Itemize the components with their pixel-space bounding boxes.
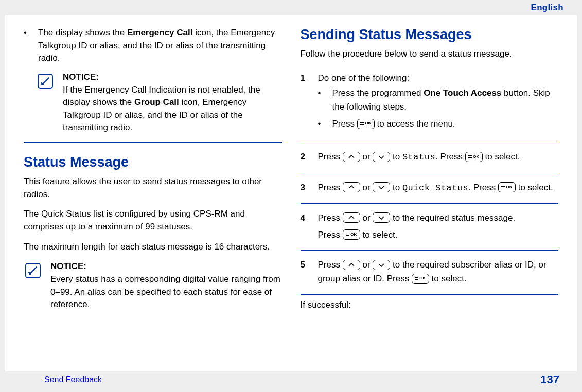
step-number: 4 — [301, 211, 310, 242]
content-area: • The display shows the Emergency Call i… — [5, 15, 577, 371]
paragraph: The maximum length for each status messa… — [24, 241, 282, 254]
header-language: English — [531, 3, 564, 13]
text-frag: or — [362, 260, 373, 270]
text-frag: or — [362, 183, 373, 192]
text-frag: Press — [318, 260, 343, 270]
step-lead: Do one of the following: — [318, 71, 559, 85]
ok-label: OK — [506, 184, 512, 191]
sub-bullet-text: Press the programmed One Touch Access bu… — [332, 86, 559, 114]
notice-block: NOTICE: If the Emergency Call Indication… — [36, 71, 282, 134]
right-column: Sending Status Messages Follow the proce… — [301, 27, 559, 371]
bullet-dot-icon: • — [318, 86, 325, 114]
text-frag: to access the menu. — [377, 119, 455, 129]
menu-ok-key-icon: OK — [357, 119, 375, 129]
bullet-text: The display shows the Emergency Call ico… — [38, 27, 282, 65]
step-divider — [301, 203, 559, 204]
menu-ok-key-icon: OK — [498, 182, 516, 192]
text-frag: or — [362, 152, 373, 162]
step-divider — [301, 142, 559, 142]
page-root: English • The display shows the Emergenc… — [0, 0, 582, 392]
sub-bullet: • Press OK to access the menu. — [318, 117, 559, 131]
step-body: Press or to Status. Press OK to select. — [318, 150, 559, 164]
send-feedback-link[interactable]: Send Feedback — [44, 375, 102, 384]
ok-label: OK — [365, 120, 371, 127]
up-key-icon — [343, 152, 360, 162]
menu-item-label: Status — [402, 152, 435, 162]
text-frag: to — [393, 183, 402, 192]
text-frag: The display shows the — [38, 28, 127, 38]
text-bold: One Touch Access — [424, 88, 501, 98]
step-2: 2 Press or to Status. Press OK to select… — [301, 147, 559, 168]
heading-sending-status: Sending Status Messages — [301, 27, 559, 43]
notice-title: NOTICE: — [63, 72, 99, 82]
text-frag: to select. — [432, 274, 467, 283]
if-successful: If successful: — [301, 299, 559, 312]
page-number: 137 — [540, 373, 559, 386]
text-bold: Group Call — [134, 97, 179, 107]
ok-label: OK — [419, 275, 426, 282]
down-key-icon — [373, 182, 390, 192]
text-frag: Press the programmed — [332, 88, 424, 98]
text-frag: to the required status message. — [393, 213, 515, 223]
step-body: Do one of the following: • Press the pro… — [318, 71, 559, 134]
step-body: Press or to the required subscriber alia… — [318, 258, 559, 286]
text-frag: Press — [318, 230, 343, 240]
notice-icon — [24, 260, 43, 311]
step-number: 2 — [301, 150, 310, 164]
bullet-dot-icon: • — [318, 117, 325, 131]
down-key-icon — [373, 260, 390, 270]
menu-item-label: Quick Status — [402, 183, 468, 193]
text-frag: Press — [318, 183, 343, 192]
text-frag: . Press — [435, 152, 465, 162]
step-4: 4 Press or to the required status messag… — [301, 208, 559, 246]
heading-status-message: Status Message — [24, 154, 282, 170]
menu-ok-key-icon: OK — [343, 229, 360, 240]
step-divider — [301, 250, 559, 251]
paragraph: The Quick Status list is configured by u… — [24, 208, 282, 233]
section-divider — [24, 142, 282, 143]
text-frag: to — [393, 152, 402, 162]
text-frag: to select. — [485, 152, 520, 162]
step-5: 5 Press or to the required subscriber al… — [301, 255, 559, 290]
step-1: 1 Do one of the following: • Press the p… — [301, 68, 559, 138]
step-divider — [301, 173, 559, 173]
menu-ok-key-icon: OK — [465, 152, 483, 162]
notice-title: NOTICE: — [50, 261, 86, 271]
down-key-icon — [373, 212, 390, 223]
sub-bullet: • Press the programmed One Touch Access … — [318, 86, 559, 114]
menu-ok-key-icon: OK — [412, 274, 429, 284]
text-bold: Emergency Call — [127, 28, 193, 38]
step-3: 3 Press or to Quick Status. Press OK to … — [301, 177, 559, 199]
step-number: 3 — [301, 181, 310, 195]
step-number: 1 — [301, 71, 310, 134]
paragraph: This feature allows the user to send sta… — [24, 175, 282, 201]
notice-body: NOTICE: Every status has a corresponding… — [50, 260, 282, 311]
header-bar: English — [0, 0, 582, 15]
notice-block: NOTICE: Every status has a corresponding… — [24, 260, 282, 311]
up-key-icon — [343, 212, 360, 223]
text-frag: Every status has a corresponding digital… — [50, 274, 280, 309]
down-key-icon — [373, 152, 390, 162]
left-column: • The display shows the Emergency Call i… — [24, 27, 282, 371]
text-frag: Press — [318, 213, 343, 223]
text-frag: to select. — [362, 230, 397, 240]
notice-body: NOTICE: If the Emergency Call Indication… — [63, 71, 282, 134]
text-frag: Press — [318, 152, 343, 162]
step-body: Press or to the required status message.… — [318, 211, 559, 242]
step-divider — [301, 294, 559, 295]
sub-bullet-text: Press OK to access the menu. — [332, 117, 455, 131]
up-key-icon — [343, 182, 360, 192]
step-body: Press or to Quick Status. Press OK to se… — [318, 181, 559, 195]
text-frag: Press — [332, 119, 357, 129]
emergency-call-bullet: • The display shows the Emergency Call i… — [24, 27, 282, 65]
notice-icon — [36, 71, 56, 134]
bullet-dot-icon: • — [24, 27, 31, 65]
text-frag: to select. — [518, 183, 553, 192]
text-frag: . Press — [468, 183, 498, 192]
paragraph: Follow the procedure below to send a sta… — [301, 48, 559, 61]
ok-label: OK — [473, 154, 479, 161]
text-frag: or — [362, 213, 373, 223]
ok-label: OK — [350, 231, 357, 238]
footer: Send Feedback 137 — [0, 371, 582, 392]
step-number: 5 — [301, 258, 310, 286]
